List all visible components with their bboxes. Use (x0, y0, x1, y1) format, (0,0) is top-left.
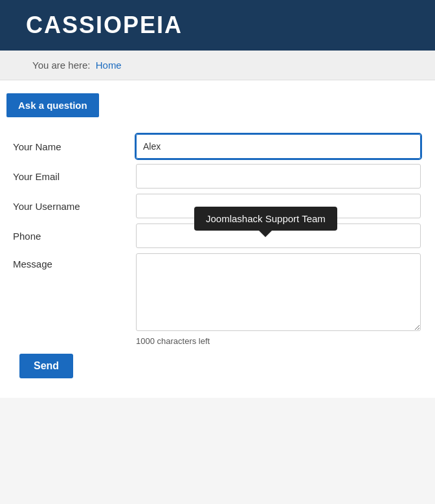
username-label: Your Username (13, 201, 136, 212)
message-row: Message (13, 253, 422, 331)
contact-form: Your Name Your Email Your Username Phone… (6, 128, 429, 385)
email-label: Your Email (13, 171, 136, 182)
ask-question-button[interactable]: Ask a question (6, 93, 99, 117)
message-label: Message (13, 258, 136, 269)
send-button[interactable]: Send (19, 354, 73, 378)
tooltip-container: Joomlashack Support Team (194, 207, 337, 231)
name-label: Your Name (13, 141, 136, 152)
header: CASSIOPEIA (0, 0, 435, 51)
char-count: 1000 characters left (136, 336, 422, 346)
email-row: Your Email (13, 164, 422, 189)
name-input[interactable] (136, 134, 421, 159)
email-input[interactable] (136, 164, 421, 189)
name-row: Your Name (13, 134, 422, 159)
phone-label: Phone (13, 231, 136, 242)
app-title: CASSIOPEIA (26, 12, 183, 38)
message-input[interactable] (136, 253, 421, 331)
content-area: Ask a question Joomlashack Support Team … (0, 80, 435, 398)
breadcrumb: You are here: Home (0, 51, 435, 80)
breadcrumb-label: You are here: (32, 60, 91, 71)
breadcrumb-home-link[interactable]: Home (96, 60, 122, 71)
tooltip-box: Joomlashack Support Team (194, 207, 337, 231)
